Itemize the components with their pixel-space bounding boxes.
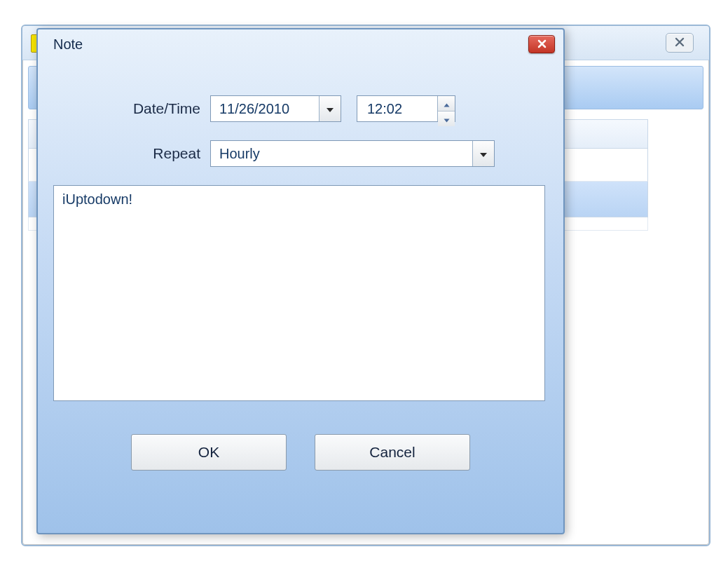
datetime-row: Date/Time 11/26/2010 12:02 — [53, 95, 548, 122]
cancel-button[interactable]: Cancel — [315, 434, 470, 471]
dialog-buttons: OK Cancel — [53, 434, 548, 471]
chevron-down-icon — [326, 102, 334, 116]
dialog-titlebar: Note — [38, 29, 563, 60]
close-icon — [537, 37, 547, 52]
date-dropdown-button[interactable] — [319, 96, 341, 121]
repeat-label: Repeat — [53, 145, 210, 162]
time-spin-buttons — [437, 96, 455, 121]
parent-close-button[interactable] — [666, 33, 694, 53]
note-textarea[interactable] — [53, 185, 545, 401]
date-value: 11/26/2010 — [211, 96, 319, 121]
repeat-dropdown-button[interactable] — [472, 141, 494, 166]
time-spin-up[interactable] — [438, 96, 455, 111]
note-dialog: Note Date/Time 11/26/2010 12:02 — [36, 28, 565, 534]
dialog-close-button[interactable] — [528, 35, 555, 53]
date-picker[interactable]: 11/26/2010 — [210, 95, 341, 122]
chevron-down-icon — [444, 111, 450, 126]
repeat-value: Hourly — [211, 141, 472, 166]
dialog-title: Note — [53, 36, 83, 53]
repeat-row: Repeat Hourly — [53, 140, 548, 167]
time-spinner[interactable]: 12:02 — [357, 95, 455, 122]
datetime-label: Date/Time — [53, 100, 210, 117]
ok-button[interactable]: OK — [131, 434, 287, 471]
close-icon — [675, 36, 685, 50]
chevron-down-icon — [479, 147, 488, 161]
chevron-up-icon — [444, 96, 450, 111]
time-value: 12:02 — [357, 96, 437, 121]
repeat-select[interactable]: Hourly — [210, 140, 495, 167]
time-spin-down[interactable] — [438, 111, 455, 126]
